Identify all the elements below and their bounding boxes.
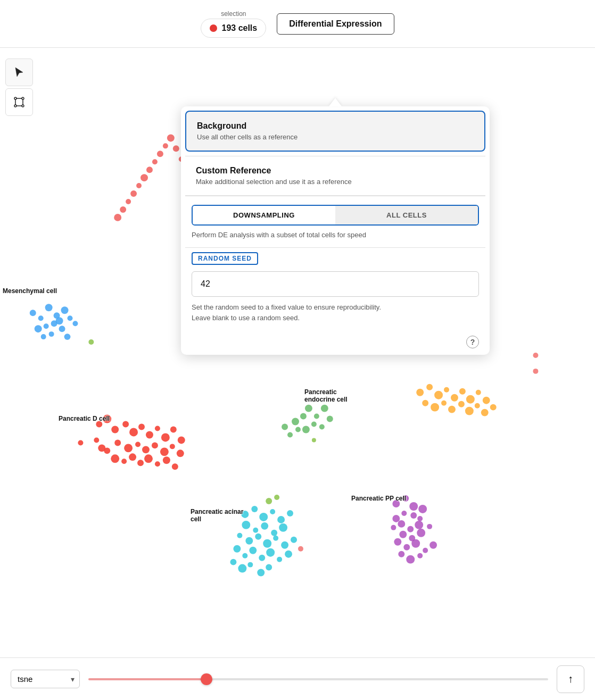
svg-point-144 [245, 537, 253, 545]
svg-point-99 [305, 405, 312, 412]
svg-point-139 [253, 528, 258, 533]
all-cells-button[interactable]: ALL CELLS [335, 206, 478, 224]
svg-point-118 [466, 395, 475, 404]
svg-point-89 [137, 460, 144, 466]
svg-point-129 [490, 404, 497, 411]
svg-point-116 [451, 394, 458, 402]
svg-point-120 [483, 397, 490, 404]
svg-point-64 [64, 334, 71, 340]
svg-point-176 [391, 525, 396, 530]
help-button[interactable]: ? [466, 336, 479, 348]
svg-point-101 [321, 405, 328, 412]
slider-wrapper [88, 678, 548, 680]
svg-point-143 [237, 533, 242, 538]
svg-point-72 [146, 431, 153, 438]
svg-point-83 [170, 444, 175, 449]
svg-point-153 [259, 555, 265, 561]
svg-point-58 [56, 317, 63, 324]
seed-section: RANDOM SEED Set the random seed to a fix… [181, 248, 490, 331]
svg-point-66 [30, 310, 36, 316]
canvas-area: Mesenchymal cell Pancreatic D cell Pancr… [0, 48, 595, 657]
custom-ref-desc: Make additional selection and use it as … [196, 178, 475, 186]
svg-point-147 [273, 536, 278, 541]
popup-modal: Background Use all other cells as a refe… [181, 106, 490, 355]
svg-point-128 [481, 409, 489, 416]
svg-point-154 [266, 548, 275, 557]
select-tool-button[interactable] [5, 59, 33, 86]
size-slider[interactable] [88, 678, 548, 680]
orange-cluster [416, 353, 538, 416]
svg-point-164 [274, 495, 279, 500]
svg-point-111 [312, 438, 316, 442]
svg-point-63 [41, 334, 46, 339]
svg-point-138 [242, 521, 250, 529]
svg-point-133 [251, 506, 258, 512]
svg-point-93 [172, 463, 178, 470]
svg-point-145 [255, 534, 261, 540]
svg-point-54 [38, 315, 44, 321]
background-option[interactable]: Background Use all other cells as a refe… [185, 111, 485, 152]
svg-point-77 [114, 439, 121, 446]
svg-point-95 [98, 444, 105, 452]
svg-point-40 [173, 145, 179, 152]
svg-point-102 [300, 413, 307, 420]
background-desc: Use all other cells as a reference [197, 133, 474, 141]
tsne-select[interactable]: tsne umap pca [11, 670, 80, 688]
svg-point-52 [45, 304, 53, 311]
cells-count: 193 cells [221, 23, 257, 33]
help-row: ? [181, 331, 490, 355]
svg-point-68 [111, 426, 119, 434]
svg-point-132 [241, 511, 249, 518]
svg-point-136 [277, 516, 285, 523]
selection-pill: 193 cells [201, 19, 266, 38]
svg-point-177 [399, 531, 407, 538]
svg-point-186 [398, 551, 404, 557]
svg-point-84 [177, 449, 184, 457]
svg-point-172 [417, 516, 423, 521]
crosshair-tool-button[interactable] [5, 88, 33, 116]
svg-point-69 [122, 421, 129, 428]
pancreatic-d-cluster [78, 415, 185, 470]
svg-point-61 [49, 331, 54, 337]
svg-point-2 [14, 105, 16, 107]
svg-point-100 [314, 414, 319, 419]
svg-point-65 [72, 321, 78, 326]
svg-point-151 [242, 553, 247, 559]
svg-point-171 [418, 505, 427, 513]
svg-point-112 [416, 389, 424, 396]
svg-point-96 [96, 421, 102, 428]
upload-button[interactable]: ↑ [557, 665, 584, 693]
svg-point-162 [298, 546, 303, 552]
selection-badge: selection 193 cells [201, 10, 266, 38]
mesenchymal-cluster [30, 304, 94, 345]
svg-point-3 [22, 105, 24, 107]
downsampling-button[interactable]: DOWNSAMPLING [193, 206, 335, 224]
svg-point-150 [233, 545, 241, 553]
svg-point-173 [398, 520, 405, 528]
svg-point-161 [266, 564, 272, 571]
svg-point-59 [68, 315, 73, 321]
svg-point-142 [279, 523, 287, 532]
popup-arrow [329, 98, 342, 106]
svg-point-155 [277, 557, 282, 562]
svg-point-114 [434, 391, 443, 399]
svg-point-149 [291, 537, 297, 543]
selection-label: selection [221, 10, 246, 18]
svg-point-86 [111, 454, 119, 463]
svg-point-47 [136, 183, 142, 188]
svg-point-107 [302, 426, 310, 434]
svg-point-126 [465, 407, 474, 415]
svg-point-157 [230, 559, 236, 565]
svg-point-135 [270, 509, 275, 514]
svg-point-70 [129, 428, 138, 437]
custom-reference-option[interactable]: Custom Reference Make additional selecti… [185, 156, 485, 196]
diff-expr-button[interactable]: Differential Expression [277, 13, 394, 35]
svg-point-79 [135, 441, 141, 447]
svg-point-74 [161, 433, 170, 441]
seed-input[interactable] [192, 271, 479, 297]
svg-point-122 [431, 403, 439, 412]
svg-point-105 [327, 416, 333, 422]
svg-point-0 [14, 97, 16, 99]
seed-label-badge: RANDOM SEED [192, 252, 258, 265]
top-bar: selection 193 cells Differential Express… [0, 0, 595, 48]
